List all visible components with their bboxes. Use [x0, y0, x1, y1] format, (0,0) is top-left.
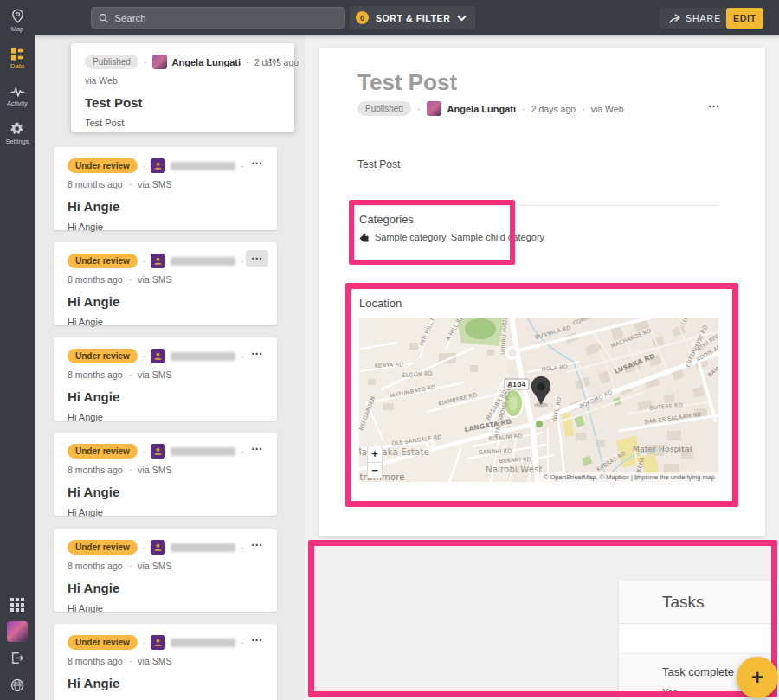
post-excerpt: Hi Angie: [68, 412, 265, 422]
share-button[interactable]: SHARE: [660, 8, 731, 29]
categories-row: Sample category, Sample child category: [359, 232, 544, 242]
language-globe-button[interactable]: [0, 678, 35, 692]
post-title: Hi Angie: [68, 676, 265, 690]
data-list-icon: [10, 48, 24, 61]
map-canvas: A104 KENYA RDELGON RDMATUMBATO RDKIAMBER…: [359, 318, 718, 482]
sidebar-item-activity[interactable]: Activity: [0, 86, 35, 107]
post-excerpt: Hi Angie: [68, 507, 265, 517]
post-title: Hi Angie: [68, 581, 265, 595]
apps-grid-button[interactable]: [0, 598, 35, 612]
sms-avatar: [151, 540, 165, 555]
person-icon: [153, 638, 163, 647]
logout-icon: [10, 652, 24, 665]
detail-more-button[interactable]: ⋯: [708, 100, 720, 112]
more-button[interactable]: ⋯: [246, 632, 268, 648]
status-badge: Under review: [68, 349, 138, 363]
search-input[interactable]: [91, 7, 345, 29]
user-avatar[interactable]: [0, 621, 35, 642]
search-field[interactable]: [114, 13, 338, 23]
svg-text:Mater Hospital: Mater Hospital: [633, 445, 692, 453]
post-detail-card: Test Post Published · Angela Lungati · 2…: [319, 48, 765, 536]
more-button[interactable]: ⋯: [246, 440, 268, 457]
redacted-author: [171, 639, 235, 647]
person-icon: [153, 446, 163, 456]
post-card[interactable]: Under review · · ⋯ 8 months ago·via SMS …: [54, 433, 277, 516]
status-badge: Under review: [68, 444, 138, 459]
categories-heading: Categories: [359, 213, 414, 226]
edit-button[interactable]: EDIT: [726, 8, 763, 29]
author-avatar: [427, 101, 441, 116]
more-button[interactable]: ⋯: [246, 345, 268, 362]
tasks-heading: Tasks: [619, 581, 779, 624]
status-badge: Under review: [68, 540, 138, 555]
sms-avatar: [151, 635, 165, 650]
post-channel: via Web: [85, 75, 118, 86]
share-arrow-icon: [669, 14, 680, 23]
map-zoom-control[interactable]: + −: [367, 446, 383, 478]
logout-button[interactable]: [0, 652, 35, 665]
post-title: Hi Angie: [68, 294, 265, 309]
post-title: Test Post: [85, 95, 282, 110]
redacted-author: [171, 543, 235, 552]
tasks-tab-bar: Sample task: [619, 624, 779, 654]
divider: [357, 205, 718, 206]
status-badge: Under review: [68, 158, 138, 173]
post-title: Hi Angie: [68, 199, 265, 214]
redacted-author: [171, 257, 235, 266]
roundabout: [507, 348, 518, 359]
tag-icon: [359, 233, 369, 242]
sidebar-item-data[interactable]: Data: [0, 48, 35, 70]
svg-text:Nairobi West: Nairobi West: [486, 465, 543, 474]
person-icon: [153, 351, 163, 361]
post-card[interactable]: Under review · · ⋯ 8 months ago·via SMS …: [54, 147, 277, 230]
post-card[interactable]: Under review · · ⋯ 8 months ago·via SMS …: [54, 529, 277, 612]
sort-filter-button[interactable]: 0 SORT & FILTER: [350, 6, 475, 29]
junction-green: [536, 421, 543, 427]
post-card[interactable]: Under review · · ⋯ 8 months ago·via SMS …: [54, 624, 277, 700]
location-heading: Location: [359, 297, 402, 310]
topbar: 0 SORT & FILTER SHARE EDIT: [35, 0, 779, 35]
post-channel: via Web: [591, 104, 624, 114]
author-name: Angela Lungati: [172, 57, 241, 67]
detail-body: Test Post: [357, 158, 400, 170]
redacted-author: [171, 162, 235, 170]
sidebar: Map Data Activity Settings: [0, 0, 35, 700]
zoom-out-button[interactable]: −: [368, 463, 382, 478]
redacted-author: [171, 352, 235, 361]
detail-title: Test Post: [357, 69, 457, 96]
sidebar-item-map[interactable]: Map: [0, 9, 35, 33]
post-card[interactable]: Under review · · ⋯ 8 months ago·via SMS …: [54, 337, 277, 421]
post-card-selected[interactable]: Published · Angela Lungati · 2 days ago …: [71, 43, 294, 132]
post-list: Published · Angela Lungati · 2 days ago …: [35, 35, 305, 700]
map-attribution[interactable]: © OpenStreetMap, © Mapbox | Improve the …: [540, 472, 718, 482]
post-detail-panel: Test Post Published · Angela Lungati · 2…: [305, 35, 779, 700]
app-window: 0 SORT & FILTER SHARE EDIT Map Data Acti…: [0, 0, 779, 700]
sms-avatar: [151, 444, 165, 459]
more-button[interactable]: ⋯: [246, 250, 268, 267]
author-name: Angela Lungati: [447, 104, 516, 114]
apps-grid-icon: [10, 598, 24, 612]
categories-values: Sample category, Sample child category: [375, 232, 544, 242]
add-post-fab[interactable]: +: [737, 657, 778, 698]
person-icon: [153, 256, 163, 266]
globe-icon: [10, 678, 24, 692]
post-title: Hi Angie: [68, 485, 265, 499]
post-excerpt: Test Post: [85, 118, 282, 128]
more-button[interactable]: ⋯: [263, 51, 286, 67]
filter-count-badge: 0: [356, 11, 369, 24]
post-card[interactable]: Under review · · ⋯ 8 months ago·via SMS …: [54, 242, 277, 325]
more-button[interactable]: ⋯: [246, 155, 268, 171]
status-badge: Published: [357, 101, 411, 116]
status-badge: Under review: [68, 635, 138, 650]
zoom-in-button[interactable]: +: [368, 446, 382, 462]
sms-avatar: [151, 254, 165, 268]
location-map[interactable]: A104 KENYA RDELGON RDMATUMBATO RDKIAMBER…: [359, 318, 718, 482]
status-badge: Published: [85, 55, 138, 69]
person-icon: [153, 161, 163, 170]
post-excerpt: Hi Angie: [68, 317, 265, 327]
sidebar-item-settings[interactable]: Settings: [0, 122, 35, 145]
more-button[interactable]: ⋯: [246, 536, 268, 553]
chevron-down-icon: [457, 15, 467, 22]
sms-avatar: [151, 158, 165, 173]
map-pin-icon: [11, 9, 24, 23]
